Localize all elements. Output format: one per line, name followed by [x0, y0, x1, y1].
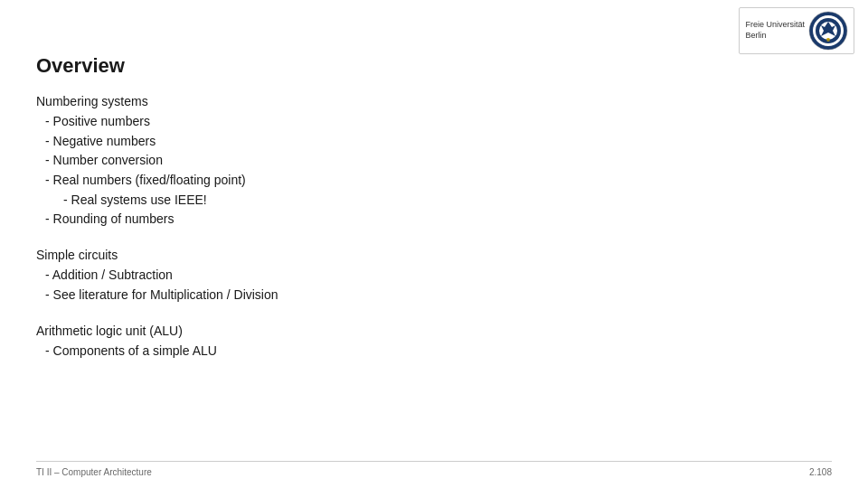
logo-text: Freie Universität Berlin [745, 20, 805, 41]
numbering-heading: Numbering systems [36, 94, 832, 108]
list-item: - Positive numbers [45, 112, 832, 132]
alu-section: Arithmetic logic unit (ALU) - Components… [36, 324, 832, 361]
list-item: - Negative numbers [45, 132, 832, 152]
list-item: - Real numbers (fixed/floating point) [45, 171, 832, 191]
list-item: - Components of a simple ALU [45, 342, 832, 361]
list-item: - Number conversion [45, 151, 832, 171]
footer-page-number: 2.108 [809, 467, 832, 477]
list-item: - Rounding of numbers [45, 210, 832, 230]
list-item: - Addition / Subtraction [45, 266, 832, 286]
slide: Freie Universität Berlin FU Overview Num… [0, 0, 868, 488]
page-title: Overview [36, 54, 832, 78]
footer-course-label: TI II – Computer Architecture [36, 467, 152, 477]
alu-heading: Arithmetic logic unit (ALU) [36, 324, 832, 338]
list-item: - Real systems use IEEE! [63, 191, 832, 211]
numbering-section: Numbering systems - Positive numbers - N… [36, 94, 832, 230]
footer: TI II – Computer Architecture 2.108 [36, 461, 832, 477]
list-item: - See literature for Multiplication / Di… [45, 286, 832, 305]
svg-text:FU: FU [826, 40, 830, 43]
simple-circuits-heading: Simple circuits [36, 248, 832, 262]
fu-logo-brand: Freie Universität Berlin FU [739, 7, 854, 54]
logo-area: Freie Universität Berlin FU [739, 7, 854, 54]
simple-circuits-section: Simple circuits - Addition / Subtraction… [36, 248, 832, 305]
fu-seal-icon: FU [808, 11, 848, 51]
